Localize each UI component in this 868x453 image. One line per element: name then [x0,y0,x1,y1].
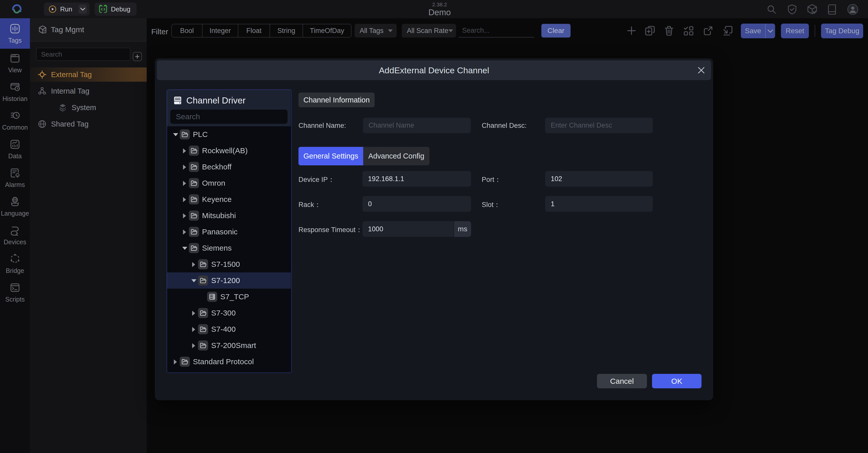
device-ip-input[interactable] [363,171,471,187]
filter-timeofday-button[interactable]: TimeOfDay [303,24,351,37]
tree-node[interactable]: S7-1500 [167,256,291,272]
rail-item-devices[interactable]: Devices [0,221,30,249]
sidebar-search-input[interactable] [36,48,130,61]
save-split-button[interactable]: Save [741,24,775,38]
driver-search-input[interactable] [170,109,287,124]
channel-name-input[interactable] [363,118,471,133]
tree-node[interactable]: S7-200Smart [167,337,291,354]
caret-collapsed-icon[interactable] [183,181,186,186]
rail-item-historian[interactable]: Historian [0,77,30,106]
cancel-button[interactable]: Cancel [597,374,647,388]
rail-item-language[interactable]: Language [0,192,30,221]
external-tag-icon [38,70,46,79]
sidebar-item-external-tag[interactable]: External Tag [30,67,147,82]
caret-collapsed-icon[interactable] [192,343,195,348]
sidebar-menu: External Tag Internal Tag System [30,67,147,133]
rail-item-scripts[interactable]: Scripts [0,278,30,306]
run-dropdown-button[interactable] [79,5,87,14]
book-icon[interactable] [826,4,838,15]
package-version-icon[interactable]: v [807,4,818,15]
filter-bool-button[interactable]: Bool [172,24,203,37]
slot-label: Slot： [482,200,500,209]
project-title: Demo [402,8,478,17]
port-label: Port： [482,175,501,184]
tree-node[interactable]: S7-400 [167,321,291,337]
tree-node[interactable]: Standard Protocol [167,354,291,370]
tree-node[interactable]: S7-300 [167,305,291,321]
slot-input[interactable] [545,196,653,212]
folder-icon [191,196,197,203]
user-avatar[interactable] [847,4,858,15]
export-icon[interactable] [703,25,713,36]
tree-node[interactable]: S7_TCP [167,289,291,305]
sidebar-item-system[interactable]: System [30,100,147,115]
rail-item-bridge[interactable]: Bridge [0,249,30,278]
channel-desc-input[interactable] [545,118,653,133]
dialog-close-button[interactable] [695,64,708,76]
caret-collapsed-icon[interactable] [183,197,186,202]
caret-collapsed-icon[interactable] [183,230,186,235]
port-input[interactable] [545,171,653,187]
tree-node[interactable]: Keyence [167,191,291,207]
debug-button[interactable]: Debug [95,3,136,16]
caret-expanded-icon[interactable] [191,279,196,282]
tag-search-input[interactable] [459,24,534,37]
save-dropdown-icon[interactable] [767,29,773,33]
tree-node[interactable]: Panasonic [167,224,291,240]
dropdown-caret-icon [388,29,393,32]
clear-button[interactable]: Clear [541,24,570,37]
folder-icon [200,261,207,268]
tree-node[interactable]: PLC [167,126,291,142]
tag-debug-button[interactable]: Tag Debug [821,24,863,38]
rail-item-view[interactable]: View [0,49,30,77]
tree-node[interactable]: S7-1200 [167,272,291,289]
response-timeout-unit: ms [454,221,471,237]
rack-input[interactable] [363,196,471,212]
add-icon[interactable] [626,25,637,36]
response-timeout-input[interactable] [363,221,454,237]
caret-collapsed-icon[interactable] [192,327,195,332]
caret-expanded-icon[interactable] [173,133,178,136]
caret-collapsed-icon[interactable] [192,311,195,316]
rail-item-common[interactable]: Common [0,106,30,135]
rail-item-data[interactable]: Data [0,135,30,163]
alarms-icon [9,167,21,179]
reset-button[interactable]: Reset [781,24,809,38]
svg-text:[x]: [x] [43,30,46,33]
caret-collapsed-icon[interactable] [183,213,186,218]
sidebar-add-button[interactable] [133,52,142,61]
duplicate-icon[interactable] [645,25,655,36]
folder-node-icon [198,308,208,318]
tree-node[interactable]: Beckhoff [167,159,291,175]
filter-integer-button[interactable]: Integer [203,24,238,37]
filter-float-button[interactable]: Float [238,24,270,37]
tab-general-settings[interactable]: General Settings [299,147,363,165]
shield-check-icon[interactable] [786,4,798,15]
tab-advanced-config[interactable]: Advanced Config [363,147,429,165]
rail-item-tags[interactable]: Tags [0,18,30,49]
search-icon[interactable] [766,4,777,15]
caret-expanded-icon[interactable] [182,247,187,250]
tree-node[interactable]: Omron [167,175,291,191]
all-scan-rate-dropdown[interactable]: All Scan Rate [402,24,456,37]
import-icon[interactable] [722,25,733,36]
all-tags-dropdown[interactable]: All Tags [354,24,397,37]
tree-node[interactable]: Mitsubishi [167,207,291,224]
tree-node[interactable]: Rockwell(AB) [167,142,291,159]
rail-item-alarms[interactable]: Alarms [0,163,30,192]
folder-icon [182,131,188,138]
save-button[interactable]: Save [741,27,765,35]
sidebar-item-shared-tag[interactable]: Shared Tag [30,117,147,131]
run-button[interactable]: Run [44,3,90,16]
caret-collapsed-icon[interactable] [174,359,177,364]
delete-icon[interactable] [664,25,674,36]
caret-collapsed-icon[interactable] [192,262,195,267]
batch-check-icon[interactable] [683,25,694,36]
sidebar-item-internal-tag[interactable]: Internal Tag [30,84,147,98]
filter-string-button[interactable]: String [270,24,303,37]
ok-button[interactable]: OK [652,374,702,388]
caret-collapsed-icon[interactable] [183,149,186,154]
caret-collapsed-icon[interactable] [183,165,186,170]
tree-node[interactable]: Siemens [167,240,291,256]
chevron-down-icon [80,7,86,11]
